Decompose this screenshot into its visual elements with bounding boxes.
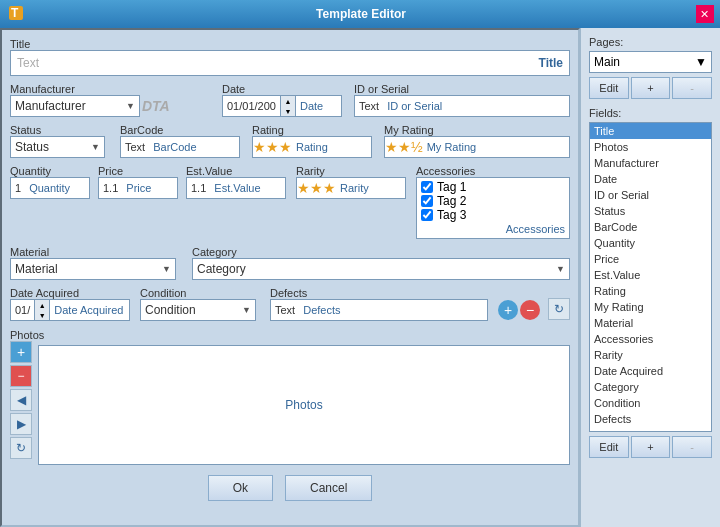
field-item-rating[interactable]: Rating xyxy=(590,283,711,299)
condition-label: Condition xyxy=(140,287,260,299)
status-label: Status xyxy=(10,124,110,136)
date-watermark: Date xyxy=(296,98,327,114)
field-item-accessories[interactable]: Accessories xyxy=(590,331,711,347)
accessories-item-2[interactable]: Tag 2 xyxy=(421,194,565,208)
field-item-est.value[interactable]: Est.Value xyxy=(590,267,711,283)
rating-watermark: Rating xyxy=(292,139,332,155)
pages-edit-btn[interactable]: Edit xyxy=(589,77,629,99)
rotate-button[interactable]: ↻ xyxy=(548,298,570,320)
manufacturer-label: Manufacturer xyxy=(10,83,210,95)
date-spin-up[interactable]: ▲ xyxy=(281,96,295,106)
myrating-label: My Rating xyxy=(384,124,570,136)
condition-dropdown[interactable]: Condition ▼ xyxy=(140,299,256,321)
right-panel: Pages: Main ▼ Edit + - Fields: TitlePhot… xyxy=(580,28,720,527)
quantity-label: Quantity xyxy=(10,165,90,177)
date-acquired-spin-down[interactable]: ▼ xyxy=(35,310,49,320)
price-value: 1.1 xyxy=(99,180,122,196)
date-acquired-spin-up[interactable]: ▲ xyxy=(35,300,49,310)
fields-label: Fields: xyxy=(589,107,712,119)
photo-rotate-btn[interactable]: ↻ xyxy=(10,437,32,459)
accessories-item-1[interactable]: Tag 1 xyxy=(421,180,565,194)
bottom-bar: Ok Cancel xyxy=(10,467,570,509)
title-watermark: Title xyxy=(539,56,563,70)
rating-label: Rating xyxy=(252,124,372,136)
field-item-material[interactable]: Material xyxy=(590,315,711,331)
accessories-check-3[interactable] xyxy=(421,209,433,221)
date-spin-down[interactable]: ▼ xyxy=(281,106,295,116)
accessories-watermark[interactable]: Accessories xyxy=(506,223,565,235)
title-placeholder: Text xyxy=(17,56,539,70)
field-item-my-rating[interactable]: My Rating xyxy=(590,299,711,315)
left-panel: Title Text Title Manufacturer Manufactur… xyxy=(0,28,580,527)
status-dropdown-arrow: ▼ xyxy=(91,142,100,152)
fields-delete-btn[interactable]: - xyxy=(672,436,712,458)
photo-right-btn[interactable]: ▶ xyxy=(10,413,32,435)
date-spinner[interactable]: ▲ ▼ xyxy=(280,95,296,117)
manufacturer-dropdown-arrow: ▼ xyxy=(126,101,135,111)
manufacturer-dropdown[interactable]: Manufacturer ▼ xyxy=(10,95,140,117)
field-item-description[interactable]: Description xyxy=(590,427,711,432)
id-serial-label: ID or Serial xyxy=(354,83,570,95)
photo-remove-btn[interactable]: − xyxy=(10,365,32,387)
field-item-date[interactable]: Date xyxy=(590,171,711,187)
fields-list: TitlePhotosManufacturerDateID or SerialS… xyxy=(589,122,712,432)
barcode-label: BarCode xyxy=(120,124,240,136)
pages-delete-btn[interactable]: - xyxy=(672,77,712,99)
status-dropdown[interactable]: Status ▼ xyxy=(10,136,105,158)
date-acquired-spinner[interactable]: ▲ ▼ xyxy=(34,299,50,321)
field-item-category[interactable]: Category xyxy=(590,379,711,395)
accessories-check-1[interactable] xyxy=(421,181,433,193)
field-item-quantity[interactable]: Quantity xyxy=(590,235,711,251)
photo-left-btn[interactable]: ◀ xyxy=(10,389,32,411)
field-item-condition[interactable]: Condition xyxy=(590,395,711,411)
window-title: Template Editor xyxy=(316,7,406,21)
photo-add-btn[interactable]: + xyxy=(10,341,32,363)
pages-add-btn[interactable]: + xyxy=(631,77,671,99)
material-dropdown-arrow: ▼ xyxy=(162,264,171,274)
material-label: Material xyxy=(10,246,180,258)
field-item-defects[interactable]: Defects xyxy=(590,411,711,427)
fields-add-btn[interactable]: + xyxy=(631,436,671,458)
title-section-label: Title xyxy=(10,38,570,50)
title-bar: T Template Editor ✕ xyxy=(0,0,720,28)
field-item-status[interactable]: Status xyxy=(590,203,711,219)
material-dropdown[interactable]: Material ▼ xyxy=(10,258,176,280)
accessories-check-2[interactable] xyxy=(421,195,433,207)
myrating-watermark: My Rating xyxy=(423,139,481,155)
date-acquired-value: 01/ xyxy=(11,302,34,318)
ok-button[interactable]: Ok xyxy=(208,475,273,501)
add-field-button[interactable]: + xyxy=(498,300,518,320)
fields-btn-group: Edit + - xyxy=(589,436,712,458)
id-serial-prefix: Text xyxy=(355,98,383,114)
field-item-barcode[interactable]: BarCode xyxy=(590,219,711,235)
field-item-photos[interactable]: Photos xyxy=(590,139,711,155)
date-acquired-watermark: Date Acquired xyxy=(50,302,127,318)
category-label: Category xyxy=(192,246,570,258)
field-item-manufacturer[interactable]: Manufacturer xyxy=(590,155,711,171)
close-button[interactable]: ✕ xyxy=(696,5,714,23)
id-serial-watermark: ID or Serial xyxy=(383,98,446,114)
quantity-value: 1 xyxy=(11,180,25,196)
estvalue-value: 1.1 xyxy=(187,180,210,196)
fields-edit-btn[interactable]: Edit xyxy=(589,436,629,458)
accessories-item-3[interactable]: Tag 3 xyxy=(421,208,565,222)
field-item-price[interactable]: Price xyxy=(590,251,711,267)
cancel-button[interactable]: Cancel xyxy=(285,475,372,501)
accessories-label: Accessories xyxy=(416,165,570,177)
field-item-title[interactable]: Title xyxy=(590,123,711,139)
manufacturer-dta: DTA xyxy=(142,98,170,114)
photos-section-label: Photos xyxy=(10,329,570,341)
field-item-rarity[interactable]: Rarity xyxy=(590,347,711,363)
category-dropdown[interactable]: Category ▼ xyxy=(192,258,570,280)
pages-dropdown[interactable]: Main ▼ xyxy=(589,51,712,73)
photos-watermark: Photos xyxy=(285,398,322,412)
field-item-id-or-serial[interactable]: ID or Serial xyxy=(590,187,711,203)
remove-field-button[interactable]: − xyxy=(520,300,540,320)
pages-btn-group: Edit + - xyxy=(589,77,712,99)
date-label: Date xyxy=(222,83,342,95)
category-dropdown-arrow: ▼ xyxy=(556,264,565,274)
price-watermark: Price xyxy=(122,180,155,196)
rarity-stars: ★★★ xyxy=(297,180,336,196)
rating-stars: ★★★ xyxy=(253,139,292,155)
field-item-date-acquired[interactable]: Date Acquired xyxy=(590,363,711,379)
